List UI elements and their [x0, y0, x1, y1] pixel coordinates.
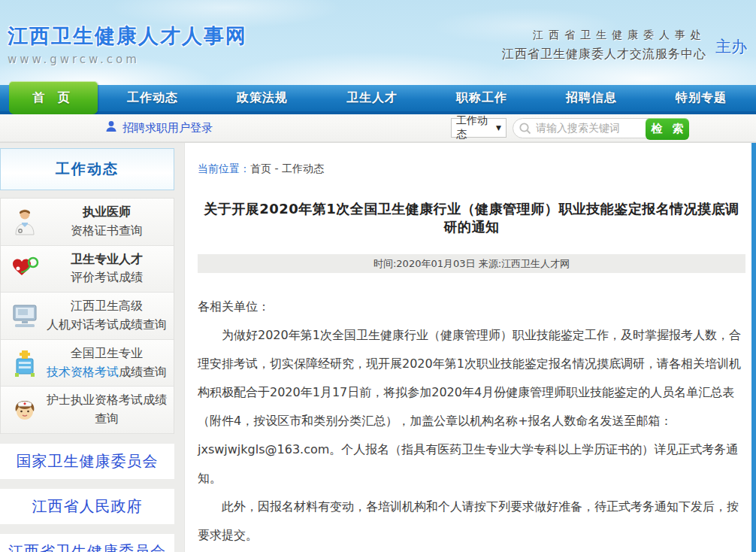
link-jiangxi-government[interactable]: 江西省人民政府	[0, 489, 174, 524]
article-body: 各相关单位：为做好2020年第1次全国卫生健康行业（健康管理师）职业技能鉴定工作…	[198, 293, 745, 552]
sidebar-item-national-tech-exam-scores[interactable]: 全国卫生专业 技术资格考试成绩查询	[1, 340, 174, 387]
search-button[interactable]: 检 索	[646, 118, 689, 140]
site-logo[interactable]: 江西卫生健康人才人事网 www.gwrcw.com	[8, 23, 247, 66]
right-edge-strip	[751, 143, 756, 552]
host-organizations: 江西省卫生健康委人事处 江西省卫生健康委人才交流服务中心	[502, 29, 706, 62]
site-title: 江西卫生健康人才人事网	[8, 23, 247, 50]
login-link[interactable]: 招聘求职用户登录	[105, 120, 213, 135]
search-group: 工作动态 ▼ 检 索	[451, 118, 688, 138]
sidebar-item-label: 江西卫生高级 人机对话考试成绩查询	[44, 297, 169, 335]
sidebar-item-senior-exam-scores[interactable]: 江西卫生高级 人机对话考试成绩查询	[1, 293, 174, 340]
sidebar-item-label: 执业医师 资格证书查询	[44, 203, 169, 241]
nav-item-titles[interactable]: 职称工作	[427, 85, 537, 111]
user-icon	[105, 120, 117, 135]
nav-item-policies[interactable]: 政策法规	[207, 85, 317, 111]
page: 江西卫生健康人才人事网 www.gwrcw.com 江西省卫生健康委人事处 江西…	[0, 0, 756, 552]
sidebar: 工作动态 执业医师 资格证书查询	[0, 143, 184, 552]
nav-item-home[interactable]: 首 页	[9, 81, 98, 114]
site-url: www.gwrcw.com	[8, 53, 247, 66]
login-label: 招聘求职用户登录	[122, 121, 213, 135]
computer-icon	[5, 303, 44, 329]
article-paragraph: 为做好2020年第1次全国卫生健康行业（健康管理师）职业技能鉴定工作，及时掌握报…	[198, 321, 745, 493]
search-category-select[interactable]: 工作动态 ▼	[451, 118, 507, 138]
search-category-value: 工作动态	[456, 114, 496, 141]
search-box: 检 索	[513, 118, 688, 138]
sidebar-item-label: 护士执业资格考试成绩查询	[44, 391, 169, 429]
link-national-health-commission[interactable]: 国家卫生健康委员会	[0, 444, 174, 479]
sidebar-item-label: 全国卫生专业 技术资格考试成绩查询	[44, 344, 169, 382]
article-paragraph: 此外，因报名材料有变动，各培训机构和个人请按下列要求做好准备，待正式考务通知下发…	[198, 493, 745, 550]
nav-item-recruitment[interactable]: 招聘信息	[537, 85, 646, 111]
search-icon	[519, 122, 532, 138]
host-line1: 江西省卫生健康委人事处	[502, 29, 706, 42]
host-line2: 江西省卫生健康委人才交流服务中心	[502, 47, 706, 62]
sidebar-item-label: 卫生专业人才 评价考试成绩	[44, 250, 169, 288]
nav-item-work-news[interactable]: 工作动态	[98, 85, 207, 111]
nurse-icon	[5, 398, 44, 422]
host-suffix: 主办	[715, 36, 747, 57]
search-input[interactable]	[536, 122, 649, 134]
page-title: 关于开展2020年第1次全国卫生健康行业（健康管理师）职业技能鉴定报名情况摸底调…	[198, 200, 745, 236]
sidebar-item-health-professional-scores[interactable]: 卫生专业人才 评价考试成绩	[1, 246, 174, 293]
sidebar-item-physician-cert-query[interactable]: 执业医师 资格证书查询	[1, 199, 174, 246]
article-paragraph: 各相关单位：	[198, 293, 745, 321]
sub-toolbar: 招聘求职用户登录 工作动态 ▼ 检 索	[0, 114, 756, 142]
breadcrumb: 当前位置：首页 - 工作动态	[198, 162, 745, 176]
hospital-icon	[5, 348, 44, 378]
sidebar-section-title[interactable]: 工作动态	[0, 148, 174, 190]
sidebar-tools: 执业医师 资格证书查询 卫生专业人才	[0, 198, 174, 434]
main-panel: 当前位置：首页 - 工作动态 关于开展2020年第1次全国卫生健康行业（健康管理…	[184, 143, 756, 552]
doctor-icon	[5, 208, 44, 236]
chevron-down-icon: ▼	[496, 124, 501, 132]
main-nav: 首 页 工作动态 政策法规 卫生人才 职称工作 招聘信息 特别专题	[0, 85, 756, 114]
site-header: 江西卫生健康人才人事网 www.gwrcw.com 江西省卫生健康委人事处 江西…	[0, 0, 756, 85]
nav-item-health-talent[interactable]: 卫生人才	[317, 85, 427, 111]
nav-item-special-topics[interactable]: 特别专题	[646, 85, 756, 111]
article-meta: 时间:2020年01月03日 来源:江西卫生人才网	[198, 254, 745, 273]
breadcrumb-label: 当前位置：	[198, 162, 250, 174]
link-jiangxi-health-commission[interactable]: 江西省卫生健康委员会	[0, 534, 174, 552]
breadcrumb-path[interactable]: 首页 - 工作动态	[250, 162, 324, 174]
heart-stethoscope-icon	[5, 255, 44, 282]
sidebar-item-nurse-exam-scores[interactable]: 护士执业资格考试成绩查询	[1, 387, 174, 434]
content-area: 工作动态 执业医师 资格证书查询	[0, 142, 756, 552]
